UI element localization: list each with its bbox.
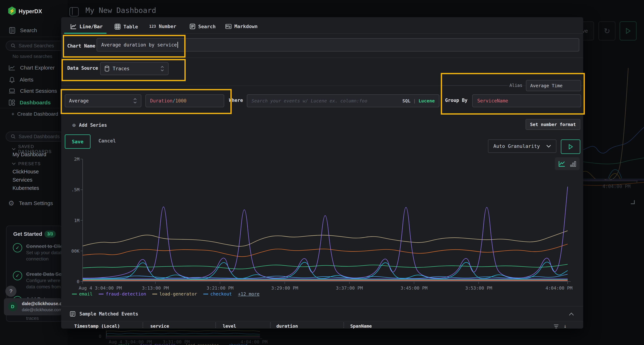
column-header[interactable]: duration (276, 324, 298, 329)
chart-name-value: Average duration by service (101, 42, 177, 47)
legend-item[interactable]: load-generator (152, 291, 197, 297)
search-tab-icon (190, 23, 195, 29)
where-search-input[interactable]: Search your events w/ Lucene ex. column:… (247, 94, 439, 107)
tab-search[interactable]: Search (190, 23, 216, 29)
alias-value: Average Time (530, 83, 562, 88)
table-tab-icon (114, 23, 120, 30)
tab-markdown[interactable]: Markdown (226, 23, 258, 29)
saved-dashboards-input[interactable]: Saved Dashboards (6, 132, 65, 142)
resize-handle[interactable] (631, 200, 635, 204)
sidebar-item-label: Alerts (20, 77, 34, 83)
legend-label: — load-generator (181, 343, 219, 345)
download-icon[interactable]: ↓ (564, 323, 567, 329)
gear-icon: ⚙ (8, 200, 14, 207)
user-email: dale@clickhouse.com (22, 301, 62, 306)
column-header[interactable]: service (150, 324, 169, 329)
column-separator[interactable] (270, 323, 271, 328)
tab-label: Line/Bar (80, 24, 103, 29)
granularity-select[interactable]: Auto Granularity (488, 139, 556, 153)
tab-number[interactable]: 123 Number (149, 23, 176, 29)
chart-legend: emailfraud-detectionload-generatorchecko… (72, 291, 260, 297)
avatar: D (8, 302, 18, 311)
sidebar-item-search[interactable]: Search (9, 27, 37, 34)
svg-text:1M: 1M (74, 218, 80, 223)
underlying-mini-legend: — email— fraud-detection— load-generator… (113, 343, 248, 345)
save-button[interactable]: Save (65, 134, 90, 149)
sidebar-item-label: Dashboards (20, 100, 51, 106)
saved-searches-placeholder: Saved Searches (18, 43, 54, 49)
sidebar-link-kubernetes[interactable]: Kubernetes (12, 185, 39, 191)
chevron-down-icon (12, 148, 16, 150)
legend-more-link[interactable]: +12 more (238, 291, 260, 297)
alias-input[interactable]: Average Time (526, 80, 581, 91)
hyperdx-logo-icon: ⚡ (8, 6, 16, 15)
alias-connector-line (441, 85, 508, 86)
sidebar-link-my-dashboard[interactable]: My Dashboard (12, 152, 46, 157)
main-chart[interactable]: 2M1.5M1M500K0Aug 4 3:04:00 PM3:13:00 PM3… (72, 156, 574, 292)
user-menu[interactable]: D dale@clickhouse.com dale@clickhouse.co… (4, 298, 62, 315)
column-header[interactable]: SpanName (350, 324, 372, 329)
sidebar-item-chart-explorer[interactable]: Chart Explorer (8, 65, 54, 71)
sidebar-item-client-sessions[interactable]: Client Sessions (8, 88, 57, 94)
group-by-value: ServiceName (477, 98, 508, 103)
chart-name-input[interactable]: Average duration by service (96, 38, 579, 51)
sidebar-item-team-settings[interactable]: ⚙ Team Settings (8, 200, 53, 207)
step-desc: Configure where your data comes from (26, 278, 62, 289)
sql-toggle[interactable]: SQL (402, 98, 410, 103)
refresh-button[interactable]: ↻ (598, 21, 616, 40)
database-icon (104, 66, 110, 71)
lucene-toggle[interactable]: Lucene (418, 98, 435, 103)
column-separator[interactable] (216, 323, 216, 328)
sidebar-collapse-button[interactable] (70, 7, 79, 16)
aggregation-select[interactable]: Average (65, 94, 141, 107)
legend-item[interactable]: fraud-detection (98, 291, 146, 297)
data-source-value: Traces (113, 66, 157, 71)
set-number-format-button[interactable]: Set number format (526, 119, 580, 130)
svg-text:3:21:00 PM: 3:21:00 PM (206, 286, 234, 291)
sidebar-item-dashboards[interactable]: Dashboards (8, 99, 51, 106)
sidebar-link-services[interactable]: Services (12, 177, 32, 183)
legend-item[interactable]: email (72, 291, 92, 297)
cancel-button[interactable]: Cancel (98, 138, 116, 144)
presets-section-header[interactable]: PRESETS (12, 161, 41, 166)
text-caret (178, 42, 178, 48)
column-separator[interactable] (142, 323, 143, 328)
data-source-select[interactable]: Traces (100, 62, 168, 75)
create-dashboard-button[interactable]: + Create Dashboard (12, 111, 58, 117)
tab-line-bar[interactable]: Line/Bar (70, 23, 103, 29)
legend-item[interactable]: checkout (203, 291, 232, 297)
sample-events-header[interactable]: Sample Matched Events (70, 311, 138, 317)
get-started-heading: Get Started (13, 231, 42, 237)
divider (61, 306, 583, 306)
saved-searches-input[interactable]: Saved Searches (6, 41, 65, 51)
expr-field: Duration (150, 98, 172, 103)
app-logo-text: HyperDX (18, 8, 42, 15)
add-series-button[interactable]: ⊕ Add Series (72, 122, 107, 128)
chart-name-label: Chart Name (67, 43, 95, 49)
legend-label: — fraud-detection (135, 343, 176, 345)
alias-label: Alias (510, 83, 522, 88)
column-header[interactable]: Timestamp (Local) (74, 324, 120, 329)
help-button[interactable]: ? (5, 286, 16, 297)
where-placeholder: Search your events w/ Lucene ex. column:… (252, 98, 400, 103)
tab-label: Number (159, 23, 176, 29)
column-filter-icon[interactable] (554, 324, 559, 329)
field-expression-input[interactable]: Duration/1000 (146, 94, 224, 107)
group-by-label: Group By (445, 98, 468, 103)
get-started-step-2[interactable]: ✓ Create Data Source Configure where you… (13, 271, 61, 290)
sample-events-title: Sample Matched Events (80, 311, 138, 317)
column-separator[interactable] (344, 323, 344, 328)
where-label: Where (229, 98, 243, 103)
sidebar-link-clickhouse[interactable]: ClickHouse (12, 169, 39, 175)
legend-label: checkout (210, 291, 232, 297)
group-by-input[interactable]: ServiceName (472, 94, 581, 107)
sidebar-item-alerts[interactable]: Alerts (9, 76, 34, 83)
svg-text:3:13:00 PM: 3:13:00 PM (142, 286, 169, 291)
run-query-button[interactable] (620, 21, 636, 40)
tab-table[interactable]: Table (114, 23, 138, 30)
column-header[interactable]: level (223, 324, 236, 329)
svg-text:4:04:00 PM: 4:04:00 PM (546, 286, 572, 291)
collapse-chevron-icon[interactable] (569, 313, 574, 316)
get-started-step-1[interactable]: ✓ Connect to ClickHouse Set up your data… (13, 243, 61, 262)
run-chart-button[interactable] (561, 139, 580, 154)
